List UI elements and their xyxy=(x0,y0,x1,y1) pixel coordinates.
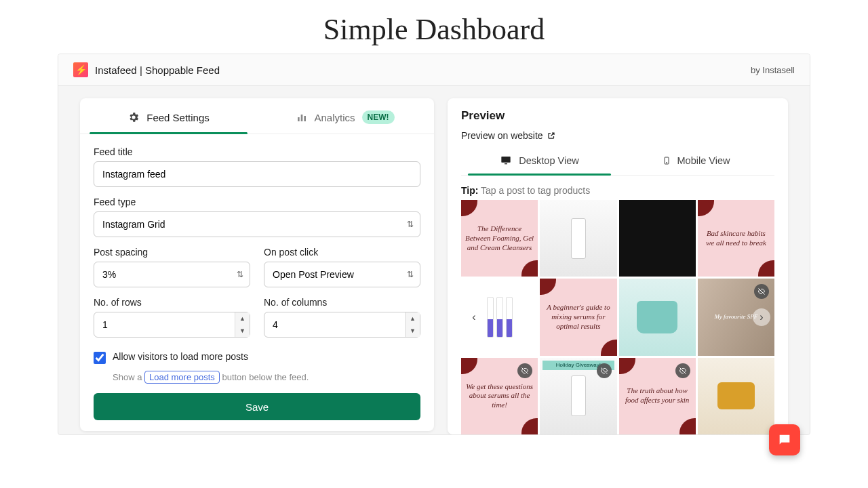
preview-tile[interactable] xyxy=(619,279,696,355)
cols-label: No. of columns xyxy=(264,297,420,308)
tab-analytics-label: Analytics xyxy=(314,112,355,123)
chat-icon xyxy=(777,432,792,435)
feed-title-label: Feed title xyxy=(94,146,420,157)
external-link-icon xyxy=(547,131,555,140)
app-header-left: ⚡ Instafeed | Shoppable Feed xyxy=(73,62,220,77)
preview-tile[interactable] xyxy=(540,200,616,277)
preview-tile[interactable]: Holiday Giveaway! xyxy=(540,358,616,434)
app-logo-icon: ⚡ xyxy=(73,62,88,77)
post-spacing-select[interactable] xyxy=(94,262,250,287)
mobile-view-tab[interactable]: Mobile View xyxy=(618,148,774,175)
tile-text: A beginner's guide to mixing serums for … xyxy=(544,303,612,331)
feed-title-input[interactable] xyxy=(94,161,420,187)
preview-tile[interactable]: Bad skincare habits we all need to break xyxy=(698,200,774,277)
helper-prefix: Show a xyxy=(113,372,144,382)
mobile-view-label: Mobile View xyxy=(677,155,730,166)
preview-tile[interactable]: We get these questions about serums all … xyxy=(461,358,538,434)
cols-step-down[interactable]: ▼ xyxy=(405,325,420,337)
rows-input[interactable] xyxy=(94,312,250,338)
cols-input[interactable] xyxy=(264,312,420,338)
analytics-icon xyxy=(296,112,307,123)
desktop-view-tab[interactable]: Desktop View xyxy=(461,148,618,175)
load-more-chip: Load more posts xyxy=(144,371,220,384)
tile-text: Bad skincare habits we all need to break xyxy=(702,229,770,248)
tile-text: The Difference Between Foaming, Gel and … xyxy=(465,224,534,252)
settings-tabs: Feed Settings Analytics NEW! xyxy=(80,98,434,134)
desktop-icon xyxy=(500,155,512,166)
preview-on-website-link[interactable]: Preview on website xyxy=(461,130,555,141)
tab-feed-settings[interactable]: Feed Settings xyxy=(80,98,257,134)
feed-type-label: Feed type xyxy=(94,197,420,207)
svg-point-6 xyxy=(666,163,667,163)
svg-rect-2 xyxy=(304,116,307,121)
load-more-checkbox[interactable] xyxy=(94,352,106,364)
svg-rect-0 xyxy=(298,117,300,121)
app-byline: by Instasell xyxy=(751,65,795,75)
preview-prev-arrow[interactable]: ‹ xyxy=(465,308,483,326)
preview-tile[interactable]: The truth about how food affects your sk… xyxy=(619,358,696,434)
preview-link-text: Preview on website xyxy=(461,130,543,141)
chat-fab[interactable] xyxy=(769,424,800,435)
tab-analytics[interactable]: Analytics NEW! xyxy=(257,98,434,134)
tip-text: Tap a post to tag products xyxy=(481,185,590,196)
tab-settings-label: Feed Settings xyxy=(146,112,210,123)
desktop-view-label: Desktop View xyxy=(519,155,578,166)
tip-label: Tip: xyxy=(461,185,478,196)
mobile-icon xyxy=(663,155,671,167)
preview-title: Preview xyxy=(461,109,774,123)
svg-rect-1 xyxy=(301,115,303,121)
cols-step-up[interactable]: ▲ xyxy=(405,312,420,325)
hidden-eye-icon xyxy=(675,363,690,378)
preview-grid: The Difference Between Foaming, Gel and … xyxy=(461,200,774,434)
settings-form: Feed title Feed type ⇅ Post spacing xyxy=(80,134,434,420)
rows-step-down[interactable]: ▼ xyxy=(235,325,250,337)
rows-label: No. of rows xyxy=(94,297,250,308)
post-spacing-label: Post spacing xyxy=(94,247,250,258)
load-more-helper: Show a Load more posts button below the … xyxy=(113,371,420,384)
on-click-label: On post click xyxy=(264,247,420,258)
preview-grid-wrap: ‹ › The Difference Between Foaming, Gel … xyxy=(461,200,774,434)
svg-rect-3 xyxy=(502,157,511,163)
svg-rect-4 xyxy=(505,163,507,164)
tip-row: Tip: Tap a post to tag products xyxy=(461,185,774,196)
preview-tile[interactable] xyxy=(619,200,696,277)
preview-next-arrow[interactable]: › xyxy=(753,308,770,326)
preview-tile[interactable] xyxy=(698,358,774,434)
preview-card: Preview Preview on website Desktop View … xyxy=(448,98,788,434)
rows-step-up[interactable]: ▲ xyxy=(235,312,250,325)
preview-tile[interactable]: A beginner's guide to mixing serums for … xyxy=(540,279,616,355)
app-shell: ⚡ Instafeed | Shoppable Feed by Instasel… xyxy=(58,54,810,435)
save-button[interactable]: Save xyxy=(94,393,420,420)
tile-text: We get these questions about serums all … xyxy=(465,382,534,410)
preview-tile[interactable]: The Difference Between Foaming, Gel and … xyxy=(461,200,538,277)
view-tabs: Desktop View Mobile View xyxy=(461,148,774,176)
gear-icon xyxy=(127,111,140,123)
tile-text: My favourite SPF xyxy=(714,313,757,321)
helper-suffix: button below the feed. xyxy=(220,372,309,382)
feed-type-select[interactable] xyxy=(94,211,420,237)
app-header: ⚡ Instafeed | Shoppable Feed by Instasel… xyxy=(58,54,810,86)
app-name: Instafeed | Shoppable Feed xyxy=(95,64,220,76)
hidden-eye-icon xyxy=(754,284,769,299)
tile-text: The truth about how food affects your sk… xyxy=(623,386,692,405)
page-title: Simple Dashboard xyxy=(0,0,868,54)
load-more-label: Allow visitors to load more posts xyxy=(113,351,248,362)
new-badge: NEW! xyxy=(362,110,395,124)
hidden-eye-icon xyxy=(597,363,612,378)
settings-card: Feed Settings Analytics NEW! Feed title … xyxy=(80,98,434,431)
on-click-select[interactable] xyxy=(264,262,420,287)
hidden-eye-icon xyxy=(517,363,532,378)
